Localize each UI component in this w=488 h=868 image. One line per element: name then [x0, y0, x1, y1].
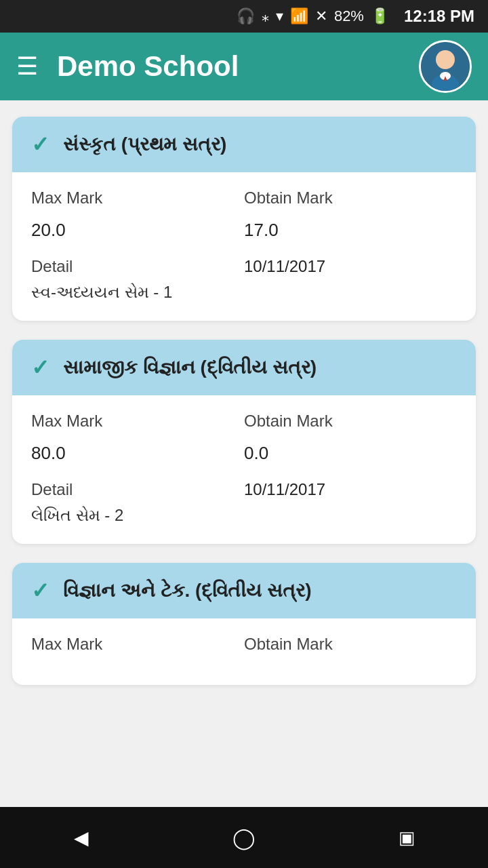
detail-value-1: 10/11/2017 [244, 257, 457, 276]
main-content: ✓ સંસ્કૃત (પ્રથમ સત્ર) Max Mark Obtain M… [0, 100, 488, 807]
obtain-mark-value-2: 0.0 [244, 443, 457, 464]
status-bar: 🎧 ⁎ ▾ 📶 ✕ 82% 🔋 12:18 PM [0, 0, 488, 33]
check-icon-2: ✓ [31, 355, 49, 380]
detail-value-2: 10/11/2017 [244, 480, 457, 499]
detail-label-2: Detail [31, 480, 244, 499]
status-icons: 🎧 ⁎ ▾ 📶 ✕ 82% 🔋 [237, 7, 389, 25]
marks-header-row-1: Max Mark Obtain Mark [31, 189, 457, 214]
obtain-mark-col-1: Obtain Mark [244, 189, 457, 214]
card-body-2: Max Mark Obtain Mark 80.0 0.0 Detail 10/… [12, 395, 476, 544]
max-mark-col-1: Max Mark [31, 189, 244, 214]
card-header-social: ✓ સામાજીક વિજ્ઞાન (દ્વિતીય સત્ર) [12, 340, 476, 395]
battery-icon: 🔋 [371, 7, 389, 25]
obtain-value-col-2: 0.0 [244, 443, 457, 475]
max-mark-col-2: Max Mark [31, 412, 244, 437]
card-header-science: ✓ વિજ્ઞાન અને ટેક. (દ્વિતીય સત્ર) [12, 563, 476, 618]
obtain-mark-label-3: Obtain Mark [244, 635, 457, 654]
headphone-icon: 🎧 [237, 7, 255, 25]
wifi-icon: ▾ [276, 7, 283, 25]
max-value-col-2: 80.0 [31, 443, 244, 475]
check-icon-1: ✓ [31, 132, 49, 157]
recent-apps-button[interactable]: ▣ [386, 817, 427, 858]
back-button[interactable]: ◀ [61, 817, 102, 858]
subject-title-1: સંસ્કૃત (પ્રથમ સત્ર) [63, 134, 226, 156]
obtain-mark-col-2: Obtain Mark [244, 412, 457, 437]
menu-button[interactable]: ☰ [16, 54, 38, 79]
card-header-sanskrit: ✓ સંસ્કૃત (પ્રથમ સત્ર) [12, 117, 476, 172]
card-body-3: Max Mark Obtain Mark [12, 618, 476, 685]
obtain-mark-label-1: Obtain Mark [244, 189, 457, 208]
detail-row-1: Detail 10/11/2017 [31, 257, 457, 276]
battery-text: 82% [334, 7, 364, 25]
signal-icon: ✕ [315, 7, 327, 25]
bottom-nav: ◀ ◯ ▣ [0, 807, 488, 868]
avatar-image [421, 42, 470, 91]
check-icon-3: ✓ [31, 578, 49, 604]
obtain-mark-col-3: Obtain Mark [244, 635, 457, 660]
marks-value-row-2: 80.0 0.0 [31, 443, 457, 475]
max-mark-value-1: 20.0 [31, 220, 244, 241]
obtain-mark-label-2: Obtain Mark [244, 412, 457, 431]
card-body-1: Max Mark Obtain Mark 20.0 17.0 Detail 10… [12, 172, 476, 321]
detail-row-2: Detail 10/11/2017 [31, 480, 457, 499]
obtain-mark-value-1: 17.0 [244, 220, 457, 241]
extra-info-2: લેખિત સેમ - 2 [31, 506, 457, 525]
max-mark-label-1: Max Mark [31, 189, 244, 208]
topbar: ☰ Demo School [0, 33, 488, 100]
max-mark-col-3: Max Mark [31, 635, 244, 660]
max-mark-value-2: 80.0 [31, 443, 244, 464]
svg-point-1 [436, 50, 455, 69]
detail-label-1: Detail [31, 257, 244, 276]
app-title: Demo School [57, 50, 419, 83]
extra-info-1: સ્વ-અધ્યયન સેમ - 1 [31, 283, 457, 302]
max-mark-label-3: Max Mark [31, 635, 244, 654]
card-sanskrit: ✓ સંસ્કૃત (પ્રથમ સત્ર) Max Mark Obtain M… [12, 117, 476, 321]
marks-header-row-2: Max Mark Obtain Mark [31, 412, 457, 437]
max-mark-label-2: Max Mark [31, 412, 244, 431]
subject-title-3: વિજ્ઞાન અને ટેક. (દ્વિતીય સત્ર) [63, 580, 312, 602]
marks-value-row-1: 20.0 17.0 [31, 220, 457, 252]
subject-title-2: સામાજીક વિજ્ઞાન (દ્વિતીય સત્ર) [63, 357, 317, 379]
card-science-tech: ✓ વિજ્ઞાન અને ટેક. (દ્વિતીય સત્ર) Max Ma… [12, 563, 476, 685]
obtain-value-col-1: 17.0 [244, 220, 457, 252]
max-value-col-1: 20.0 [31, 220, 244, 252]
wifi-signal-icon: 📶 [290, 7, 308, 25]
home-button[interactable]: ◯ [224, 817, 264, 858]
card-social-science: ✓ સામાજીક વિજ્ઞાન (દ્વિતીય સત્ર) Max Mar… [12, 340, 476, 544]
marks-header-row-3: Max Mark Obtain Mark [31, 635, 457, 660]
avatar[interactable] [419, 40, 472, 93]
time-display: 12:18 PM [404, 7, 474, 26]
bluetooth-icon: ⁎ [262, 7, 269, 25]
